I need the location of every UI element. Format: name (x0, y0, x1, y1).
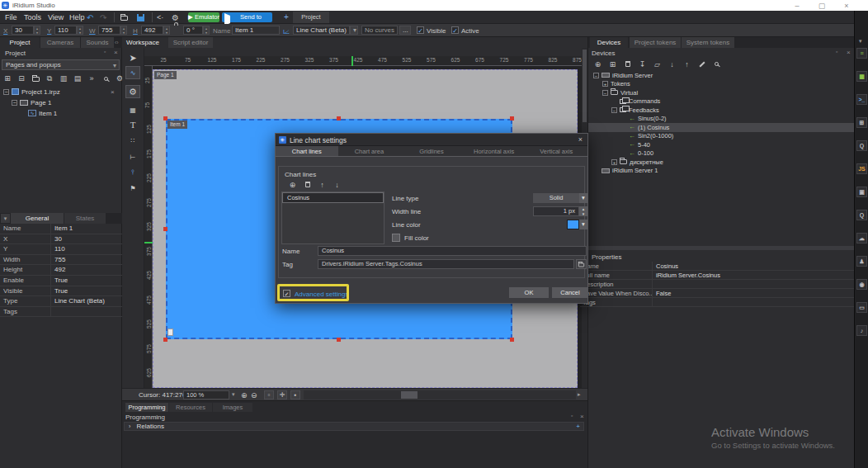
zoom-in-icon[interactable]: ⊕ (241, 390, 248, 400)
minimize-button[interactable]: – (790, 2, 804, 10)
x-stepper[interactable]: ▴▾ (34, 26, 40, 35)
expander-icon[interactable]: − (593, 73, 599, 78)
add-folder-icon[interactable] (30, 73, 41, 83)
line-chart-tool-icon[interactable]: ∿ (125, 66, 140, 79)
device-tree-row[interactable]: Commands (588, 97, 855, 106)
select-tool-icon[interactable]: ➤ (125, 51, 140, 64)
paste-icon[interactable]: ▤ (72, 73, 83, 83)
copy-icon[interactable]: ▥ (58, 73, 69, 83)
tab-system-tokens[interactable]: System tokens (682, 37, 734, 48)
tab-general[interactable]: General (11, 213, 64, 224)
expander-icon[interactable]: + (602, 81, 608, 87)
zoom-out-icon[interactable]: ⊖ (251, 390, 257, 400)
expander-icon[interactable]: − (611, 107, 617, 113)
store-icon[interactable]: ▦ (856, 71, 867, 82)
macros-icon[interactable]: Q (856, 140, 867, 151)
add-page-icon[interactable]: ⊞ (2, 73, 13, 83)
move-down-icon[interactable]: ↓ (331, 179, 343, 190)
expander-icon[interactable]: + (611, 159, 617, 165)
tab-devices[interactable]: Devices (590, 37, 628, 48)
property-row[interactable]: Description (580, 280, 854, 289)
cloud-icon[interactable]: ☁ (856, 233, 867, 243)
y-stepper[interactable]: ▴▾ (77, 26, 83, 35)
width-stepper[interactable]: ▴▾ (120, 26, 127, 35)
line-name-input[interactable]: Cosinus (318, 246, 587, 256)
tab-images[interactable]: Images (213, 403, 252, 412)
transfer-icon[interactable]: ♟ (856, 256, 867, 267)
share-icon[interactable]: <· (157, 12, 163, 22)
device-tree-row[interactable]: ←5-40 (588, 140, 855, 149)
camera-icon[interactable]: ◉ (856, 279, 867, 290)
property-row[interactable]: Save Value When Disco...False (580, 289, 854, 298)
tab-project-tokens[interactable]: Project tokens (630, 37, 681, 48)
width-input[interactable]: 755 (98, 26, 120, 35)
line-color-dropdown-arrow[interactable]: ▾ (579, 220, 587, 229)
tab-resources[interactable]: Resources (169, 403, 212, 412)
resize-handle-ne[interactable] (510, 116, 514, 121)
menu-view[interactable]: View (48, 13, 64, 21)
open-project-icon[interactable] (120, 12, 128, 22)
close-panel-icon[interactable]: × (114, 49, 118, 56)
add-line-icon[interactable]: ⊕ (286, 179, 299, 190)
resize-handle-se[interactable] (510, 338, 514, 342)
close-project-icon[interactable]: × (111, 88, 115, 96)
device-tree-row[interactable]: −Virtual (588, 88, 855, 97)
property-row[interactable]: NameItem 1 (0, 224, 122, 234)
close-panel-icon[interactable]: × (847, 49, 851, 56)
emulator-button[interactable]: ▶ Emulator (188, 12, 219, 22)
item-type-select[interactable]: Line Chart (Beta) (293, 26, 350, 35)
tab-cameras[interactable]: Cameras (40, 37, 80, 48)
panel-splitter[interactable] (588, 246, 855, 250)
property-row[interactable]: EnableTrue (0, 276, 122, 286)
gallery-icon[interactable]: ≡ (856, 48, 867, 59)
send-to-transfer-button[interactable]: Send to Transfer (222, 12, 272, 22)
scrollbar-thumb[interactable] (583, 50, 587, 122)
tab-scroll-icons[interactable]: ‹› (115, 40, 119, 45)
undo-icon[interactable]: ↶ (87, 12, 93, 22)
dialog-tab-chart-area[interactable]: Chart area (338, 146, 401, 156)
move-up-icon[interactable]: ↑ (681, 59, 693, 69)
width-line-stepper[interactable]: ▴▾ (579, 206, 587, 216)
property-row[interactable]: Height492 (0, 265, 122, 276)
grid-tool-icon[interactable]: ∷ (125, 134, 140, 147)
snap-object-icon[interactable]: ✛ (277, 390, 287, 399)
device-tree-row[interactable]: ←Sin2(0-1000) (588, 132, 855, 141)
property-row[interactable]: NameCosinus (580, 262, 854, 271)
line-color-swatch[interactable] (567, 220, 579, 229)
resize-handle-s[interactable] (337, 338, 341, 342)
tab-script-editor[interactable]: Script editor (168, 37, 213, 48)
chart-line-list-item[interactable]: Cosinus (282, 192, 384, 203)
menu-help[interactable]: Help (69, 13, 85, 21)
delete-device-icon[interactable] (621, 59, 634, 69)
snap-grid-icon[interactable]: ▫ (264, 390, 274, 399)
settings-gear-icon[interactable]: ⚙ (172, 12, 179, 22)
expander-icon[interactable]: − (3, 89, 9, 95)
tab-sounds[interactable]: Sounds (81, 37, 114, 48)
level-tool-icon[interactable]: ⫯ (125, 166, 140, 179)
script-editor-icon[interactable]: >_ (856, 94, 867, 105)
device-tree-row[interactable]: +Tokens (588, 80, 855, 89)
zoom-dropdown-arrow[interactable]: ▾ (232, 391, 235, 398)
pages-popups-dropdown[interactable]: Pages and popups▾ (2, 59, 120, 70)
zoom-level-field[interactable]: 100 % (183, 390, 229, 399)
device-tree-row[interactable]: iRidium Server 1 (588, 167, 855, 176)
pin-panel-icon[interactable]: ▫ (104, 49, 106, 54)
cancel-button[interactable]: Cancel (552, 287, 588, 298)
snap-guides-icon[interactable]: ▪ (290, 390, 300, 399)
scroll-right-icon[interactable]: ▸ (578, 391, 581, 398)
curves-field[interactable]: No curves (361, 26, 398, 35)
maximize-button[interactable]: ▢ (815, 2, 828, 10)
delete-line-icon[interactable] (301, 179, 314, 190)
property-row[interactable]: X30 (0, 234, 122, 245)
dialog-titlebar[interactable]: ✳ Line chart settings × (276, 134, 587, 146)
tree-row-item[interactable]: ∿ Item 1 (28, 108, 57, 118)
dialog-close-icon[interactable]: × (578, 135, 583, 144)
x-input[interactable]: 30 (12, 26, 34, 35)
edit-device-icon[interactable] (696, 59, 708, 69)
line-type-dropdown-arrow[interactable]: ▾ (579, 193, 587, 203)
dialog-tab-gridlines[interactable]: Gridlines (400, 146, 463, 156)
collapse-properties-icon[interactable]: ▾ (1, 214, 10, 223)
search-device-icon[interactable] (710, 59, 723, 69)
fill-color-checkbox[interactable] (392, 234, 400, 242)
clone-device-icon[interactable]: ⊞ (606, 59, 619, 69)
